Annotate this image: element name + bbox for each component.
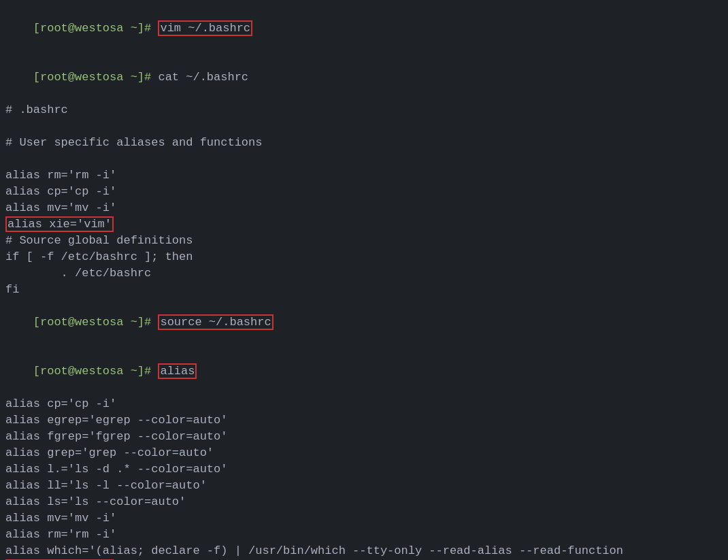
line-out-egrep: alias egrep='egrep --color=auto': [5, 412, 723, 429]
prompt-source: [root@westosa ~]#: [33, 316, 159, 329]
line-empty-1: [5, 118, 723, 135]
line-5: # User specific aliases and functions: [5, 135, 723, 151]
line-out-cp: alias cp='cp -i': [5, 396, 723, 412]
line-fi: fi: [5, 282, 723, 298]
line-out-which: alias which='(alias; declare -f) | /usr/…: [5, 543, 723, 559]
line-alias-rm: alias rm='rm -i': [5, 167, 723, 184]
alias-xie-highlight-1: alias xie='vim': [5, 216, 114, 232]
line-alias-cmd: [root@westosa ~]# alias: [5, 347, 723, 396]
line-empty-2: [5, 151, 723, 167]
line-alias-xie-1: alias xie='vim': [5, 216, 723, 233]
line-out-grep: alias grep='grep --color=auto': [5, 445, 723, 461]
terminal[interactable]: [root@westosa ~]# vim ~/.bashrc [root@we…: [0, 0, 728, 560]
line-out-ls: alias ls='ls --color=auto': [5, 494, 723, 510]
line-source-cmd: [root@westosa ~]# source ~/.bashrc: [5, 298, 723, 347]
line-1: [root@westosa ~]# vim ~/.bashrc: [5, 4, 723, 53]
prompt-2: [root@westosa ~]#: [33, 71, 159, 84]
line-out-mv: alias mv='mv -i': [5, 510, 723, 527]
command-2: cat ~/.bashrc: [158, 71, 248, 84]
line-out-ll: alias ll='ls -l --color=auto': [5, 478, 723, 494]
line-out-rm: alias rm='rm -i': [5, 527, 723, 543]
prompt-alias: [root@westosa ~]#: [33, 365, 159, 378]
line-3: # .bashrc: [5, 102, 723, 118]
line-if: if [ -f /etc/bashrc ]; then: [5, 249, 723, 265]
command-source-highlight: source ~/.bashrc: [158, 314, 273, 330]
line-alias-cp: alias cp='cp -i': [5, 184, 723, 200]
command-highlight-1: vim ~/.bashrc: [158, 20, 252, 36]
line-out-l: alias l.='ls -d .* --color=auto': [5, 461, 723, 478]
line-dot: . /etc/bashrc: [5, 265, 723, 282]
line-2: [root@westosa ~]# cat ~/.bashrc: [5, 53, 723, 102]
command-alias-highlight: alias: [158, 363, 197, 379]
line-alias-mv: alias mv='mv -i': [5, 200, 723, 216]
line-source-comment: # Source global definitions: [5, 233, 723, 249]
line-out-fgrep: alias fgrep='fgrep --color=auto': [5, 429, 723, 445]
prompt-1: [root@westosa ~]#: [33, 22, 159, 35]
